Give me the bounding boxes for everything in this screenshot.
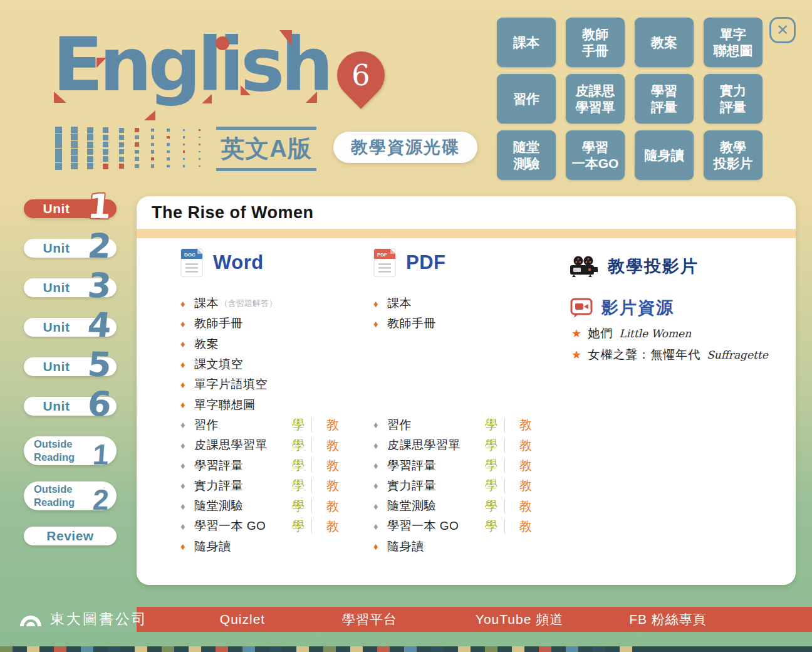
top-resource-menu: 課本教師 手冊教案單字 聯想圖習作皮課思 學習單學習 評量實力 評量隨堂 測驗學…: [497, 18, 763, 180]
top-menu-button[interactable]: 教學 投影片: [704, 130, 763, 180]
unit-number: 4: [87, 311, 113, 339]
sidebar-outside-reading-1[interactable]: OutsideReading1: [24, 436, 117, 465]
footer-link[interactable]: FB 粉絲專頁: [629, 607, 707, 632]
resource-label: 學習一本 GO: [387, 518, 459, 534]
video-title-en: Suffragette: [707, 349, 768, 361]
top-menu-button[interactable]: 教案: [635, 18, 694, 67]
student-version-link[interactable]: 學: [485, 416, 497, 433]
top-menu-button[interactable]: 學習 一本GO: [566, 130, 625, 180]
video-title-zh: 女權之聲：無懼年代: [588, 347, 700, 363]
unit-number: 5: [87, 350, 113, 378]
student-version-link[interactable]: 學: [485, 437, 497, 454]
unit-label: Unit: [43, 359, 70, 374]
teacher-version-link[interactable]: 教: [519, 498, 532, 515]
diamond-bullet-icon: ♦: [373, 440, 383, 451]
footer-link[interactable]: Quizlet: [220, 607, 265, 632]
resource-item[interactable]: ♦隨身讀: [180, 537, 368, 557]
teacher-version-link[interactable]: 教: [519, 518, 532, 535]
resource-label: 學習一本 GO: [194, 518, 266, 534]
video-resources-header: 影片資源: [570, 297, 674, 318]
top-menu-button[interactable]: 隨堂 測驗: [497, 130, 556, 180]
resource-spacer: [373, 334, 561, 415]
pdf-heading: PDF: [406, 251, 446, 274]
resource-label: 皮課思學習單: [194, 437, 268, 453]
sidebar-unit-3[interactable]: Unit3: [24, 278, 117, 297]
teacher-version-link[interactable]: 教: [326, 437, 339, 454]
top-menu-button[interactable]: 教師 手冊: [566, 18, 625, 67]
word-heading: Word: [213, 251, 264, 274]
diamond-bullet-icon: ♦: [180, 501, 190, 512]
resource-item[interactable]: ♦教師手冊: [373, 313, 561, 334]
student-version-link[interactable]: 學: [485, 498, 497, 515]
student-version-link[interactable]: 學: [485, 518, 497, 535]
version-divider: [504, 458, 505, 473]
student-version-link[interactable]: 學: [485, 457, 497, 474]
diamond-bullet-icon: ♦: [180, 399, 190, 410]
top-menu-button[interactable]: 皮課思 學習單: [566, 74, 625, 124]
resource-item[interactable]: ♦單字片語填空: [180, 374, 368, 394]
version-divider: [311, 438, 312, 453]
outside-reading-number: 2: [92, 488, 110, 512]
video-item[interactable]: ★她們Little Women: [571, 325, 768, 343]
top-menu-button[interactable]: 學習 評量: [635, 74, 694, 124]
diamond-bullet-icon: ♦: [180, 521, 190, 532]
diamond-bullet-icon: ♦: [180, 460, 190, 471]
video-item[interactable]: ★女權之聲：無懼年代Suffragette: [571, 347, 768, 364]
resource-label: 單字片語填空: [194, 376, 268, 392]
sidebar-outside-reading-2[interactable]: OutsideReading2: [24, 481, 117, 510]
student-version-link[interactable]: 學: [292, 416, 304, 433]
top-menu-button[interactable]: 隨身讀: [635, 130, 694, 180]
resource-item[interactable]: ♦教案: [180, 334, 368, 354]
svg-text:PDF: PDF: [377, 252, 387, 258]
version-divider: [504, 418, 505, 433]
sidebar-unit-1[interactable]: Unit1: [24, 199, 117, 218]
word-column: DOC Word ♦課本（含習題解答）♦教師手冊♦教案♦課文填空♦單字片語填空♦…: [180, 248, 368, 557]
resource-label: 隨堂測驗: [387, 498, 436, 514]
resource-item[interactable]: ♦教師手冊: [180, 313, 368, 334]
footer-link[interactable]: YouTube 頻道: [476, 607, 563, 632]
footer-link[interactable]: 學習平台: [342, 607, 397, 632]
teacher-version-link[interactable]: 教: [519, 477, 532, 494]
resource-item[interactable]: ♦課本: [373, 293, 561, 313]
resource-item[interactable]: ♦課本（含習題解答）: [180, 293, 368, 313]
resource-item[interactable]: ♦課文填空: [180, 354, 368, 374]
teacher-version-link[interactable]: 教: [326, 498, 339, 515]
top-menu-button[interactable]: 實力 評量: [704, 74, 763, 124]
teaching-slides-button[interactable]: 教學投影片: [569, 256, 699, 277]
unit-sidebar: Unit1Unit2Unit3Unit4Unit5Unit6OutsideRea…: [24, 199, 117, 545]
resource-label: 教案: [194, 336, 219, 352]
teacher-version-link[interactable]: 教: [326, 518, 339, 535]
sidebar-review[interactable]: Review: [24, 527, 117, 545]
diamond-bullet-icon: ♦: [373, 460, 383, 471]
resource-item: ♦學習一本 GO學教: [180, 516, 368, 536]
student-version-link[interactable]: 學: [292, 518, 304, 535]
teacher-version-link[interactable]: 教: [519, 416, 532, 433]
sidebar-unit-6[interactable]: Unit6: [24, 397, 117, 416]
resource-item[interactable]: ♦單字聯想圖: [180, 394, 368, 414]
word-resource-list: ♦課本（含習題解答）♦教師手冊♦教案♦課文填空♦單字片語填空♦單字聯想圖♦習作學…: [180, 293, 368, 557]
student-version-link[interactable]: 學: [292, 498, 304, 515]
close-button[interactable]: ✕: [769, 17, 796, 43]
top-menu-button[interactable]: 習作: [497, 74, 556, 124]
resource-item: ♦皮課思學習單學教: [180, 435, 368, 455]
diamond-bullet-icon: ♦: [180, 419, 190, 430]
teacher-version-link[interactable]: 教: [519, 457, 532, 474]
teacher-version-link[interactable]: 教: [326, 457, 339, 474]
teacher-version-link[interactable]: 教: [326, 477, 339, 494]
publisher-logo: 東大圖書公司: [18, 609, 148, 629]
student-version-link[interactable]: 學: [292, 477, 304, 494]
student-version-link[interactable]: 學: [292, 457, 304, 474]
student-version-link[interactable]: 學: [485, 477, 497, 494]
teacher-version-link[interactable]: 教: [519, 437, 532, 454]
resource-item[interactable]: ♦隨身讀: [373, 537, 561, 557]
sidebar-unit-4[interactable]: Unit4: [24, 318, 117, 337]
teacher-version-link[interactable]: 教: [326, 416, 339, 433]
student-version-link[interactable]: 學: [292, 437, 304, 454]
top-menu-button[interactable]: 單字 聯想圖: [704, 18, 763, 67]
top-menu-button[interactable]: 課本: [497, 18, 556, 67]
diamond-bullet-icon: ♦: [180, 480, 190, 491]
sidebar-unit-2[interactable]: Unit2: [24, 239, 117, 258]
diamond-bullet-icon: ♦: [373, 501, 383, 512]
resource-label: 隨身讀: [194, 539, 231, 555]
sidebar-unit-5[interactable]: Unit5: [24, 357, 117, 376]
